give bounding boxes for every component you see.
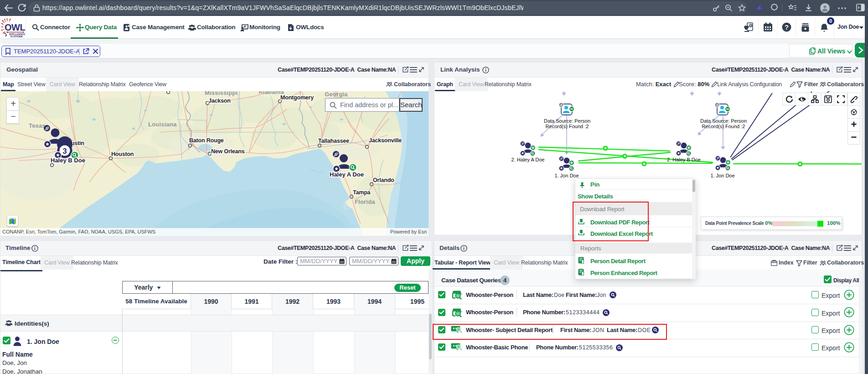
- svg-text:2. Haley A Doe: 2. Haley A Doe: [512, 157, 545, 162]
- svg-text:New Orleans: New Orleans: [211, 148, 245, 155]
- svg-text:?: ?: [785, 24, 789, 31]
- svg-text:Orlando: Orlando: [373, 177, 394, 183]
- svg-text:Louisiana: Louisiana: [148, 121, 177, 128]
- svg-text:1. Jon Doe: 1. Jon Doe: [710, 173, 734, 178]
- svg-text:Georgia: Georgia: [325, 91, 348, 98]
- svg-text:Jackson: Jackson: [208, 98, 231, 104]
- svg-text:Tampa: Tampa: [353, 189, 371, 196]
- svg-text:OWL: OWL: [5, 22, 25, 32]
- svg-text:Houston: Houston: [111, 151, 134, 157]
- svg-text:Haley B Doe: Haley B Doe: [51, 157, 85, 164]
- svg-text:3: 3: [62, 147, 67, 156]
- svg-text:Montgomery: Montgomery: [280, 94, 314, 101]
- svg-text:1. Jon Doe: 1. Jon Doe: [554, 173, 579, 178]
- svg-text:PLATFORM: PLATFORM: [10, 36, 22, 38]
- svg-text:Mississippi: Mississippi: [205, 91, 238, 96]
- svg-text:2. Haley B Doe: 2. Haley B Doe: [667, 157, 701, 162]
- svg-text:Record(s) Found :2: Record(s) Found :2: [546, 124, 589, 129]
- svg-text:Florida: Florida: [355, 198, 375, 205]
- svg-text:Record(s) Found :2: Record(s) Found :2: [702, 124, 745, 129]
- svg-text:Texas: Texas: [29, 122, 46, 129]
- svg-text:Jacksonville: Jacksonville: [369, 137, 402, 144]
- svg-text:Data Source: Person: Data Source: Person: [544, 118, 590, 124]
- svg-text:Baton Rouge: Baton Rouge: [189, 137, 224, 144]
- svg-text:Tallahassee: Tallahassee: [318, 138, 349, 144]
- svg-text:Data Source: Person: Data Source: Person: [700, 118, 747, 124]
- svg-text:Haley A Doe: Haley A Doe: [330, 171, 364, 178]
